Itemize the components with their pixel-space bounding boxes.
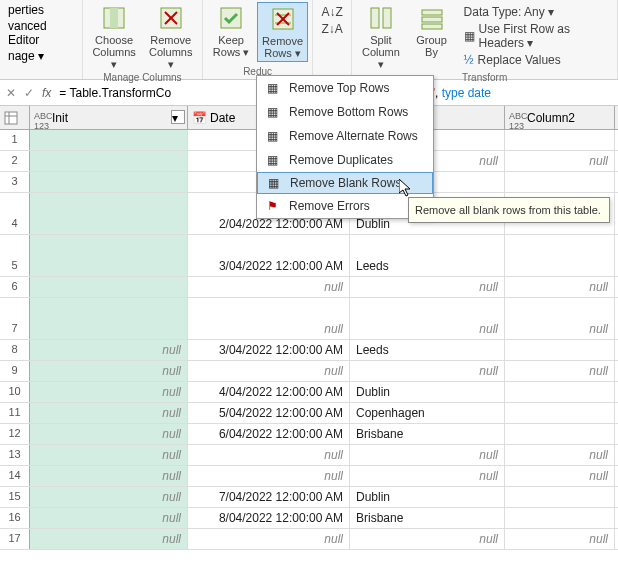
table-cell[interactable]: null [188,361,350,381]
table-cell[interactable]: 3/04/2022 12:00:00 AM [188,340,350,360]
table-cell[interactable]: null [30,508,188,528]
table-cell[interactable]: null [30,403,188,423]
table-row[interactable]: 9nullnullnullnull [0,361,618,382]
table-cell[interactable]: Brisbane [350,424,505,444]
row-number[interactable]: 12 [0,424,30,444]
manage-item[interactable]: nage ▾ [4,48,48,64]
table-cell[interactable] [505,403,615,423]
table-cell[interactable]: null [350,529,505,549]
row-number[interactable]: 7 [0,298,30,339]
table-cell[interactable] [30,172,188,192]
table-cell[interactable]: Dublin [350,487,505,507]
table-cell[interactable]: null [30,487,188,507]
table-cell[interactable]: null [30,445,188,465]
table-cell[interactable]: null [350,466,505,486]
table-cell[interactable]: null [188,277,350,297]
remove-top-rows-item[interactable]: ▦Remove Top Rows [257,76,433,100]
table-cell[interactable]: null [188,298,350,339]
choose-columns-button[interactable]: ChooseColumns ▾ [87,2,142,72]
row-number[interactable]: 5 [0,235,30,276]
table-cell[interactable] [505,382,615,402]
accept-formula-icon[interactable]: ✓ [24,86,34,100]
remove-bottom-rows-item[interactable]: ▦Remove Bottom Rows [257,100,433,124]
table-cell[interactable]: Leeds [350,235,505,276]
table-row[interactable]: 17nullnullnullnull [0,529,618,550]
table-cell[interactable] [505,487,615,507]
table-row[interactable]: 12null6/04/2022 12:00:00 AMBrisbane [0,424,618,445]
table-row[interactable]: 8null3/04/2022 12:00:00 AMLeeds [0,340,618,361]
table-cell[interactable]: null [350,445,505,465]
first-row-headers-button[interactable]: ▦Use First Row as Headers ▾ [460,21,611,51]
row-number[interactable]: 13 [0,445,30,465]
column-header-init[interactable]: ABC123Init▾ [30,106,188,129]
table-row[interactable]: 7nullnullnull [0,298,618,340]
table-cell[interactable] [505,235,615,276]
table-cell[interactable]: null [30,529,188,549]
table-cell[interactable]: 7/04/2022 12:00:00 AM [188,487,350,507]
cancel-formula-icon[interactable]: ✕ [6,86,16,100]
filter-chevron-icon[interactable]: ▾ [171,110,185,124]
table-cell[interactable]: Dublin [350,382,505,402]
table-cell[interactable] [505,424,615,444]
group-by-button[interactable]: GroupBy [408,2,456,72]
table-cell[interactable] [30,193,188,234]
table-cell[interactable] [505,508,615,528]
table-cell[interactable]: null [505,277,615,297]
table-cell[interactable]: Leeds [350,340,505,360]
table-cell[interactable]: null [505,466,615,486]
table-row[interactable]: 16null8/04/2022 12:00:00 AMBrisbane [0,508,618,529]
table-row[interactable]: 13nullnullnullnull [0,445,618,466]
remove-columns-button[interactable]: RemoveColumns ▾ [143,2,198,72]
table-cell[interactable]: null [30,424,188,444]
row-number[interactable]: 16 [0,508,30,528]
table-row[interactable]: 14nullnullnullnull [0,466,618,487]
remove-alternate-rows-item[interactable]: ▦Remove Alternate Rows [257,124,433,148]
table-cell[interactable]: null [30,466,188,486]
table-cell[interactable]: null [188,529,350,549]
table-cell[interactable]: null [188,466,350,486]
properties-item[interactable]: perties [4,2,48,18]
remove-rows-button[interactable]: RemoveRows ▾ [257,2,308,62]
row-number[interactable]: 15 [0,487,30,507]
table-cell[interactable]: null [350,361,505,381]
table-cell[interactable]: Copenhagen [350,403,505,423]
table-cell[interactable]: null [188,445,350,465]
table-cell[interactable]: 5/04/2022 12:00:00 AM [188,403,350,423]
table-cell[interactable]: null [30,361,188,381]
table-cell[interactable] [30,298,188,339]
table-row[interactable]: 6nullnullnull [0,277,618,298]
replace-values-button[interactable]: ½Replace Values [460,52,611,68]
advanced-editor-item[interactable]: vanced Editor [4,18,78,48]
row-number[interactable]: 4 [0,193,30,234]
sort-desc-button[interactable]: Z↓A [318,21,347,37]
row-number[interactable]: 1 [0,130,30,150]
table-cell[interactable]: null [505,361,615,381]
table-cell[interactable]: null [505,445,615,465]
table-cell[interactable]: Brisbane [350,508,505,528]
table-cell[interactable] [505,130,615,150]
table-cell[interactable]: null [30,340,188,360]
select-all-cell[interactable] [0,106,30,129]
sort-asc-button[interactable]: A↓Z [318,4,347,20]
row-number[interactable]: 9 [0,361,30,381]
remove-duplicates-item[interactable]: ▦Remove Duplicates [257,148,433,172]
table-cell[interactable]: null [505,529,615,549]
row-number[interactable]: 14 [0,466,30,486]
row-number[interactable]: 17 [0,529,30,549]
table-cell[interactable]: null [350,277,505,297]
table-cell[interactable]: 4/04/2022 12:00:00 AM [188,382,350,402]
table-cell[interactable] [30,235,188,276]
table-cell[interactable] [30,277,188,297]
row-number[interactable]: 11 [0,403,30,423]
table-cell[interactable]: 6/04/2022 12:00:00 AM [188,424,350,444]
row-number[interactable]: 3 [0,172,30,192]
table-cell[interactable]: 3/04/2022 12:00:00 AM [188,235,350,276]
row-number[interactable]: 8 [0,340,30,360]
table-row[interactable]: 53/04/2022 12:00:00 AMLeeds [0,235,618,277]
table-row[interactable]: 11null5/04/2022 12:00:00 AMCopenhagen [0,403,618,424]
table-row[interactable]: 15null7/04/2022 12:00:00 AMDublin [0,487,618,508]
split-column-button[interactable]: SplitColumn ▾ [356,2,405,72]
table-cell[interactable]: null [505,151,615,171]
column-header-col2[interactable]: ABC123Column2 [505,106,615,129]
row-number[interactable]: 10 [0,382,30,402]
